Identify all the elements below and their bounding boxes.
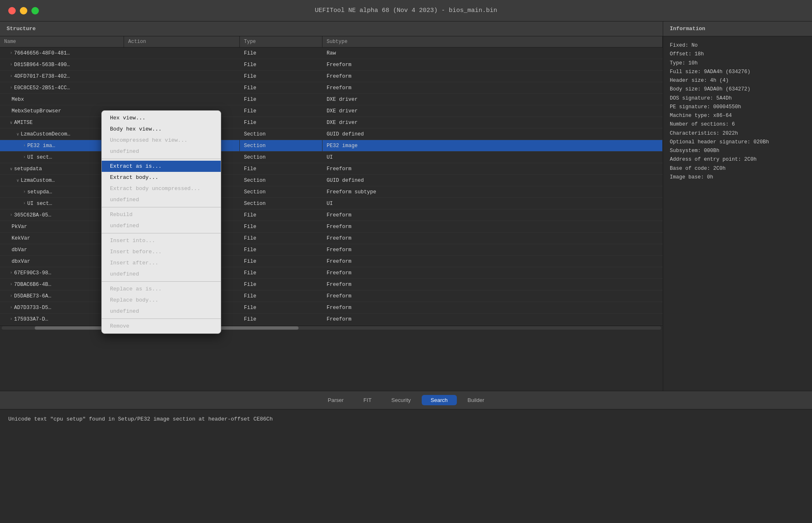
row-type-cell: Section — [240, 152, 322, 163]
row-name-text: 4DFD7017-E738-402… — [14, 74, 70, 79]
tab-parser[interactable]: Parser — [319, 395, 353, 405]
table-row[interactable]: PkVar File Freeform — [0, 221, 663, 233]
info-line: DOS signature: 5A4Dh — [670, 94, 805, 103]
row-subtype-cell: Freeform — [322, 256, 663, 267]
tab-security[interactable]: Security — [382, 395, 420, 405]
row-name-text: dbxVar — [12, 259, 30, 264]
row-subtype-cell: GUID defined — [322, 175, 663, 186]
row-name-text: LzmaCustom… — [21, 178, 55, 183]
info-line: Machine type: x86-64 — [670, 112, 805, 120]
row-subtype-cell: Freeform — [322, 71, 663, 82]
maximize-button[interactable] — [31, 7, 39, 14]
row-name-cell: Mebx — [0, 94, 124, 105]
row-name-text: D815B964-563B-490… — [14, 62, 70, 68]
traffic-lights — [8, 7, 39, 14]
row-name-cell: › D815B964-563B-490… — [0, 59, 124, 70]
row-type-cell: File — [240, 314, 322, 325]
menu-item: Insert after... — [102, 257, 221, 269]
row-subtype-cell: DXE driver — [322, 94, 663, 105]
tab-builder[interactable]: Builder — [459, 395, 493, 405]
row-type-cell: File — [240, 302, 322, 313]
row-name-cell: › 4DFD7017-E738-402… — [0, 71, 124, 82]
table-row[interactable]: › 365C62BA-05… File Freeform — [0, 209, 663, 221]
table-row[interactable]: › PE32 ima… Section PE32 image — [0, 140, 663, 152]
row-name-text: KekVar — [12, 235, 30, 241]
info-line: Optional header signature: 020Bh — [670, 138, 805, 147]
table-row[interactable]: ∨ setupdata File Freeform — [0, 163, 663, 175]
tree-table[interactable]: Name Action Type Subtype › 76646656-48F0… — [0, 36, 663, 391]
info-line: Offset: 18h — [670, 50, 805, 59]
menu-item[interactable]: Hex view... — [102, 112, 221, 124]
row-subtype-cell: Freeform — [322, 163, 663, 174]
table-row[interactable]: MebxSetupBrowser File DXE driver — [0, 105, 663, 117]
table-row[interactable]: ∨ LzmaCustomDecom… Section GUID defined — [0, 128, 663, 140]
window-title: UEFITool NE alpha 68 (Nov 4 2023) - bios… — [315, 7, 497, 14]
chevron-icon: ∨ — [10, 120, 12, 125]
menu-item[interactable]: Extract as is... — [102, 161, 221, 172]
table-row[interactable]: › 175933A7-D… File Freeform — [0, 314, 663, 325]
close-button[interactable] — [8, 7, 16, 14]
row-type-cell: File — [240, 48, 322, 59]
menu-item: Replace body... — [102, 295, 221, 306]
row-subtype-cell: Freeform — [322, 314, 663, 325]
table-row[interactable]: › UI sect… Section UI — [0, 198, 663, 209]
table-row[interactable]: › 67EF90C3-98… File Freeform — [0, 267, 663, 279]
table-row[interactable]: › AD7D3733-D5… File Freeform — [0, 302, 663, 314]
bottom-section: ParserFITSecuritySearchBuilder Unicode t… — [0, 391, 812, 523]
minimize-button[interactable] — [20, 7, 27, 14]
chevron-icon: ∨ — [10, 166, 12, 171]
title-bar: UEFITool NE alpha 68 (Nov 4 2023) - bios… — [0, 0, 812, 21]
row-name-text: 175933A7-D… — [14, 316, 48, 322]
row-subtype-cell: Freeform — [322, 290, 663, 302]
h-scrollbar[interactable] — [0, 325, 663, 330]
table-row[interactable]: › 76646656-48F0-481… File Raw — [0, 48, 663, 59]
table-row[interactable]: dbVar File Freeform — [0, 244, 663, 256]
table-row[interactable]: KekVar File Freeform — [0, 233, 663, 244]
menu-separator — [102, 319, 221, 319]
table-row[interactable]: › E0C8CE52-2B51-4CC… File Freeform — [0, 82, 663, 94]
table-row[interactable]: › D815B964-563B-490… File Freeform — [0, 59, 663, 71]
row-name-cell: › 76646656-48F0-481… — [0, 48, 124, 59]
row-type-cell: Section — [240, 198, 322, 209]
chevron-icon: › — [10, 305, 12, 310]
tab-content: Unicode text "cpu setup" found in Setup/… — [0, 409, 812, 523]
menu-item: Rebuild — [102, 209, 221, 220]
tab-search[interactable]: Search — [422, 395, 457, 405]
info-line: Number of sections: 6 — [670, 120, 805, 129]
row-name-text: UI sect… — [27, 155, 52, 160]
menu-item: Insert into... — [102, 235, 221, 246]
row-type-cell: File — [240, 221, 322, 232]
info-line: Full size: 9ADA4h (634276) — [670, 68, 805, 76]
info-line: Base of code: 2C0h — [670, 164, 805, 173]
menu-item: undefined — [102, 306, 221, 317]
row-action-cell — [124, 94, 240, 105]
info-line: PE signature: 00004550h — [670, 103, 805, 112]
row-subtype-cell: Freeform — [322, 82, 663, 93]
tab-fit[interactable]: FIT — [354, 395, 381, 405]
table-row[interactable]: › D5DABE73-6A… File Freeform — [0, 290, 663, 302]
info-panel: Information Fixed: NoOffset: 18hType: 10… — [663, 21, 812, 391]
menu-item[interactable]: Body hex view... — [102, 124, 221, 135]
row-subtype-cell: Freeform — [322, 279, 663, 290]
row-type-cell: Section — [240, 140, 322, 151]
chevron-icon: › — [23, 143, 26, 148]
table-row[interactable]: ∨ AMITSE File DXE driver — [0, 117, 663, 128]
table-row[interactable]: ∨ LzmaCustom… Section GUID defined — [0, 175, 663, 186]
table-row[interactable]: › 4DFD7017-E738-402… File Freeform — [0, 71, 663, 82]
row-type-cell: File — [240, 244, 322, 255]
row-name-text: D5DABE73-6A… — [14, 293, 51, 299]
menu-item: Replace as is... — [102, 283, 221, 295]
table-row[interactable]: › setupda… Section Freeform subtype — [0, 186, 663, 198]
row-name-text: 76646656-48F0-481… — [14, 50, 70, 56]
table-row[interactable]: › UI sect… Section UI — [0, 152, 663, 163]
menu-item[interactable]: Extract body... — [102, 172, 221, 183]
row-type-cell: Section — [240, 186, 322, 197]
chevron-icon: › — [10, 282, 12, 287]
table-row[interactable]: Mebx File DXE driver — [0, 94, 663, 105]
table-row[interactable]: dbxVar File Freeform — [0, 256, 663, 267]
info-line: Body size: 9ADA0h (634272) — [670, 85, 805, 94]
table-row[interactable]: › 7DBAC6B6-4B… File Freeform — [0, 279, 663, 290]
row-subtype-cell: Freeform subtype — [322, 186, 663, 197]
row-subtype-cell: Freeform — [322, 267, 663, 278]
row-type-cell: File — [240, 59, 322, 70]
